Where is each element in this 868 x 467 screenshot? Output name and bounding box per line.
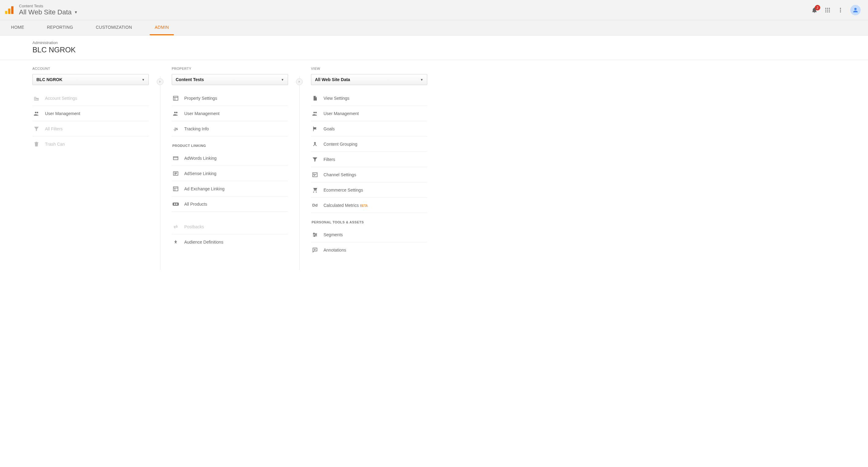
menu-channel-settings[interactable]: Channel Settings: [311, 167, 427, 182]
svg-point-7: [827, 9, 828, 10]
menu-annotations[interactable]: Annotations: [311, 242, 427, 258]
svg-point-16: [35, 112, 36, 113]
menu-label: All Filters: [45, 126, 63, 131]
menu-account-settings[interactable]: Account Settings: [32, 91, 149, 106]
property-select[interactable]: Content Tests ▼: [172, 74, 288, 85]
funnel-icon: [312, 156, 318, 162]
analytics-logo-icon: [4, 5, 13, 15]
dd-icon: Dd: [312, 203, 318, 208]
menu-label: Annotations: [323, 248, 346, 252]
funnel-icon: [33, 126, 40, 132]
account-column-label: ACCOUNT: [32, 67, 149, 70]
flag-icon: [312, 126, 318, 132]
channel-icon: [312, 172, 318, 178]
building-icon: [33, 95, 40, 101]
menu-adsense-linking[interactable]: AdSense Linking: [172, 166, 288, 181]
menu-label: Tracking Info: [184, 126, 209, 131]
menu-all-filters[interactable]: All Filters: [32, 121, 149, 136]
svg-point-17: [37, 112, 38, 113]
property-menu: Property Settings User Management .js Tr…: [172, 91, 288, 250]
column-divider: [160, 76, 160, 270]
tab-customization[interactable]: CUSTOMIZATION: [91, 20, 137, 35]
header-title: All Web Site Data ▼: [19, 8, 78, 16]
menu-view-user-management[interactable]: User Management: [311, 106, 427, 121]
menu-label: Ecommerce Settings: [323, 188, 363, 192]
property-column-label: PROPERTY: [172, 67, 288, 70]
menu-label: Account Settings: [45, 96, 77, 101]
file-icon: [312, 95, 318, 101]
breadcrumb: Administration: [32, 40, 868, 45]
notifications-button[interactable]: 2: [811, 7, 818, 13]
menu-segments[interactable]: Segments: [311, 227, 427, 242]
menu-ecommerce-settings[interactable]: Ecommerce Settings: [311, 182, 427, 198]
menu-account-user-management[interactable]: User Management: [32, 106, 149, 121]
svg-point-33: [174, 203, 175, 205]
menu-tracking-info[interactable]: .js Tracking Info: [172, 121, 288, 136]
title-block[interactable]: Content Tests All Web Site Data ▼: [19, 4, 78, 17]
more-menu-icon[interactable]: [837, 7, 843, 13]
apps-grid-icon[interactable]: [825, 7, 831, 13]
svg-point-44: [314, 235, 315, 236]
svg-point-5: [829, 8, 830, 8]
menu-label: User Management: [45, 111, 80, 116]
svg-point-15: [854, 8, 856, 10]
view-menu: View Settings User Management Goals Cont…: [311, 91, 427, 258]
card-icon: [172, 155, 179, 161]
menu-property-user-management[interactable]: User Management: [172, 106, 288, 121]
menu-label: Goals: [323, 126, 335, 131]
trash-icon: [33, 141, 40, 147]
cart-icon: [312, 187, 318, 193]
menu-content-grouping[interactable]: Content Grouping: [311, 136, 427, 152]
account-column: ACCOUNT BLC NGROK ▼ Account Settings Use…: [32, 67, 149, 152]
svg-point-38: [313, 174, 314, 175]
svg-point-14: [840, 11, 841, 12]
svg-rect-1: [8, 8, 11, 14]
menu-trash-can[interactable]: Trash Can: [32, 136, 149, 152]
menu-label: User Management: [184, 111, 219, 116]
tab-home[interactable]: HOME: [6, 20, 29, 35]
menu-calculated-metrics[interactable]: Dd Calculated MetricsBETA: [311, 198, 427, 213]
user-avatar[interactable]: [850, 5, 861, 15]
menu-label: AdWords Linking: [184, 156, 217, 161]
branch-icon: [172, 239, 179, 245]
view-column-label: VIEW: [311, 67, 427, 70]
menu-property-settings[interactable]: Property Settings: [172, 91, 288, 106]
js-icon: .js: [172, 126, 179, 131]
svg-point-42: [313, 233, 314, 234]
view-select[interactable]: All Web Site Data ▼: [311, 74, 427, 85]
column-divider: [299, 76, 300, 270]
svg-point-35: [313, 112, 315, 113]
property-column: PROPERTY Content Tests ▼ Property Settin…: [172, 67, 288, 250]
merge-icon: [312, 141, 318, 147]
layout-icon: [172, 95, 179, 101]
header-right: 2: [811, 5, 861, 15]
arrow-right-icon: [157, 79, 163, 85]
tab-reporting[interactable]: REPORTING: [42, 20, 78, 35]
sliders-icon: [312, 232, 318, 238]
svg-point-10: [827, 11, 828, 12]
svg-rect-2: [11, 6, 14, 14]
layout-icon: [172, 186, 179, 192]
menu-postbacks[interactable]: Postbacks: [172, 219, 288, 235]
comment-icon: [312, 247, 318, 253]
menu-ad-exchange-linking[interactable]: Ad Exchange Linking: [172, 181, 288, 196]
menu-filters[interactable]: Filters: [311, 152, 427, 167]
beta-badge: BETA: [360, 204, 368, 208]
header-title-text: All Web Site Data: [19, 8, 72, 16]
svg-point-22: [176, 112, 178, 113]
account-select[interactable]: BLC NGROK ▼: [32, 74, 149, 85]
section-personal-tools: PERSONAL TOOLS & ASSETS: [311, 213, 427, 227]
svg-rect-32: [173, 203, 179, 206]
svg-point-34: [176, 203, 178, 205]
menu-adwords-linking[interactable]: AdWords Linking: [172, 151, 288, 166]
menu-label: Ad Exchange Linking: [184, 186, 225, 191]
menu-goals[interactable]: Goals: [311, 121, 427, 136]
menu-label: Property Settings: [184, 96, 217, 101]
menu-all-products[interactable]: All Products: [172, 196, 288, 212]
svg-point-8: [829, 9, 830, 10]
top-header: Content Tests All Web Site Data ▼ 2: [0, 0, 868, 20]
tab-admin[interactable]: ADMIN: [150, 20, 174, 35]
menu-view-settings[interactable]: View Settings: [311, 91, 427, 106]
menu-audience-definitions[interactable]: Audience Definitions: [172, 235, 288, 250]
menu-label: All Products: [184, 202, 207, 207]
